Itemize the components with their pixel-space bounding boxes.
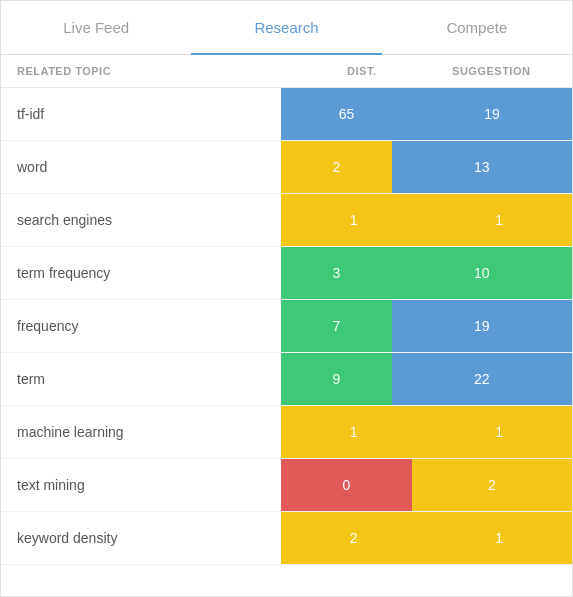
row-bars: 6519 — [281, 88, 572, 140]
tab-bar: Live Feed Research Compete — [1, 1, 572, 55]
row-bars: 02 — [281, 459, 572, 511]
table-row: machine learning11 — [1, 406, 572, 459]
bar-dist: 1 — [281, 194, 427, 246]
table-header: RELATED TOPIC DIST. SUGGESTION — [1, 55, 572, 88]
row-label: word — [1, 159, 281, 175]
row-bars: 21 — [281, 512, 572, 564]
bar-dist: 3 — [281, 247, 392, 299]
table-row: text mining02 — [1, 459, 572, 512]
row-label: keyword density — [1, 530, 281, 546]
tab-compete[interactable]: Compete — [382, 1, 572, 54]
bar-suggestion: 19 — [392, 300, 572, 352]
row-label: text mining — [1, 477, 281, 493]
bar-suggestion: 22 — [392, 353, 572, 405]
row-label: term frequency — [1, 265, 281, 281]
bar-dist: 9 — [281, 353, 392, 405]
tab-research[interactable]: Research — [191, 1, 381, 54]
bar-dist: 2 — [281, 512, 427, 564]
table-row: term922 — [1, 353, 572, 406]
bar-dist: 1 — [281, 406, 427, 458]
tab-live-feed[interactable]: Live Feed — [1, 1, 191, 54]
row-label: tf-idf — [1, 106, 281, 122]
row-bars: 213 — [281, 141, 572, 193]
row-bars: 11 — [281, 194, 572, 246]
bar-suggestion: 13 — [392, 141, 572, 193]
bar-suggestion: 19 — [412, 88, 572, 140]
col-dist-header: DIST. — [297, 65, 427, 77]
col-suggestion-header: SUGGESTION — [427, 65, 557, 77]
row-bars: 719 — [281, 300, 572, 352]
bar-dist: 65 — [281, 88, 412, 140]
bar-dist: 0 — [281, 459, 412, 511]
row-bars: 922 — [281, 353, 572, 405]
table-body: tf-idf6519word213search engines11term fr… — [1, 88, 572, 565]
bar-suggestion: 10 — [392, 247, 572, 299]
table-row: tf-idf6519 — [1, 88, 572, 141]
bar-suggestion: 2 — [412, 459, 572, 511]
table-row: word213 — [1, 141, 572, 194]
table-row: search engines11 — [1, 194, 572, 247]
table-row: term frequency310 — [1, 247, 572, 300]
bar-suggestion: 1 — [427, 512, 573, 564]
bar-dist: 2 — [281, 141, 392, 193]
row-label: machine learning — [1, 424, 281, 440]
row-label: frequency — [1, 318, 281, 334]
row-bars: 310 — [281, 247, 572, 299]
row-bars: 11 — [281, 406, 572, 458]
bar-suggestion: 1 — [427, 194, 573, 246]
bar-suggestion: 1 — [427, 406, 573, 458]
row-label: term — [1, 371, 281, 387]
row-label: search engines — [1, 212, 281, 228]
col-topic-header: RELATED TOPIC — [17, 65, 297, 77]
bar-dist: 7 — [281, 300, 392, 352]
table-row: frequency719 — [1, 300, 572, 353]
table-row: keyword density21 — [1, 512, 572, 565]
